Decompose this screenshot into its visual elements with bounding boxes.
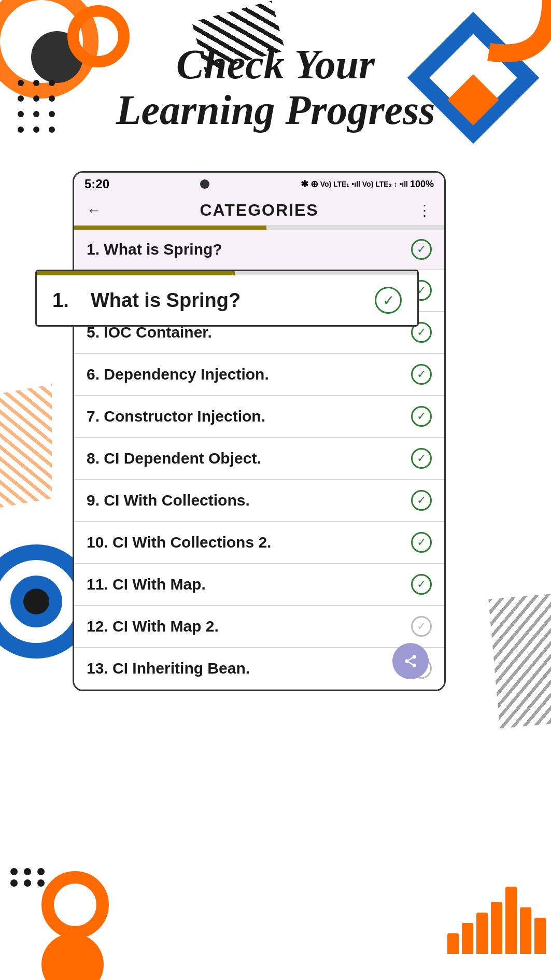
- item-text: 13. CI Inheriting Bean.: [87, 660, 250, 677]
- item-10-text: 10. CI With Collections 2.: [87, 534, 271, 551]
- popup-item-check: ✓: [375, 287, 402, 314]
- popup-item-text: 1. What is Spring?: [52, 289, 241, 312]
- page-header: Check Your Learning Progress: [0, 41, 551, 133]
- item-text: 11. CI With Map.: [87, 576, 206, 593]
- popup-progress-fill: [37, 271, 235, 275]
- phone-mockup: 5:20 ✱ ⊕ Vo) LTE₁ •ıll Vo) LTE₂ ↕ •ıll 1…: [73, 171, 446, 691]
- svg-line-16: [408, 658, 413, 661]
- stripe-right-mid: [488, 594, 551, 729]
- list-item[interactable]: 11. CI With Map. ✓: [74, 564, 444, 606]
- list-item[interactable]: 12. CI With Map 2. ✓: [74, 606, 444, 648]
- status-icons: ✱ ⊕ Vo) LTE₁ •ıll Vo) LTE₂ ↕ •ıll 100%: [301, 178, 434, 190]
- item-check: ✓: [411, 406, 432, 427]
- bluetooth-icon: ✱: [301, 178, 308, 190]
- back-button[interactable]: ←: [87, 202, 101, 219]
- share-button[interactable]: [392, 643, 429, 679]
- list-item[interactable]: 7. Constructor Injection. ✓: [74, 396, 444, 438]
- orange-ring-bottom-left: [41, 871, 109, 939]
- item-text: 6. Dependency Injection.: [87, 366, 269, 383]
- popup-item-row[interactable]: 1. What is Spring? ✓: [37, 275, 417, 325]
- list-container: 4. Spring in Eclipse. ✓ 5. IOC Container…: [74, 270, 444, 690]
- svg-line-15: [408, 662, 413, 665]
- first-item-check: ✓: [411, 239, 432, 260]
- list-item[interactable]: 10. CI With Collections 2. ✓: [74, 522, 444, 564]
- item-text: 8. CI Dependent Object.: [87, 450, 261, 467]
- item-check: ✓: [411, 616, 432, 637]
- app-title: CATEGORIES: [200, 201, 318, 220]
- signal-text: Vo) LTE₁ •ıll Vo) LTE₂ ↕ •ıll: [320, 180, 408, 188]
- orange-circle-bottom: [41, 933, 104, 980]
- item-text: 7. Constructor Injection.: [87, 408, 265, 425]
- list-item[interactable]: 9. CI With Collections. ✓: [74, 480, 444, 522]
- svg-point-14: [413, 664, 416, 667]
- status-bar: 5:20 ✱ ⊕ Vo) LTE₁ •ıll Vo) LTE₂ ↕ •ıll 1…: [74, 173, 444, 195]
- item-check: ✓: [411, 448, 432, 469]
- battery-icon: 100%: [410, 179, 434, 190]
- wifi-icon: ⊕: [310, 178, 318, 190]
- popup-card: 1. What is Spring? ✓: [35, 270, 419, 327]
- status-time: 5:20: [84, 177, 109, 191]
- list-item[interactable]: 13. CI Inheriting Bean. ✓: [74, 648, 444, 690]
- progress-bar-fill: [74, 226, 266, 230]
- first-item-text: 1. What is Spring?: [87, 241, 222, 258]
- menu-button[interactable]: ⋮: [417, 202, 432, 219]
- camera-dot: [200, 179, 209, 189]
- item-text: 9. CI With Collections.: [87, 492, 250, 509]
- svg-point-12: [413, 655, 416, 659]
- orange-bars-bottom-right: [447, 887, 551, 954]
- header-title: Check Your Learning Progress: [0, 41, 551, 133]
- dots-bottom-left: [10, 868, 47, 887]
- first-item-row[interactable]: 1. What is Spring? ✓: [74, 230, 444, 270]
- progress-bar-container: [74, 226, 444, 230]
- item-check: ✓: [411, 574, 432, 595]
- item-check: ✓: [411, 490, 432, 511]
- list-item[interactable]: 6. Dependency Injection. ✓: [74, 354, 444, 396]
- stripe-left-mid: [0, 384, 52, 508]
- svg-point-13: [405, 660, 409, 663]
- item-12-text: 12. CI With Map 2.: [87, 618, 219, 635]
- item-check: ✓: [411, 532, 432, 553]
- popup-progress-bar: [37, 271, 417, 275]
- app-header: ← CATEGORIES ⋮: [74, 195, 444, 226]
- item-check: ✓: [411, 364, 432, 385]
- list-item[interactable]: 8. CI Dependent Object. ✓: [74, 438, 444, 480]
